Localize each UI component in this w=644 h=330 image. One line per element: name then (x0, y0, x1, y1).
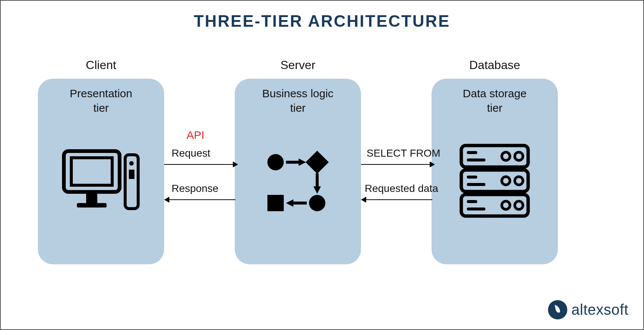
section-label-database: Database (432, 58, 558, 72)
svg-point-25 (502, 177, 510, 185)
tier-box-server: Business logictier (235, 79, 361, 264)
label-select-from: SELECT FROM (367, 147, 440, 159)
svg-rect-2 (86, 194, 97, 203)
label-response: Response (172, 183, 218, 195)
tier-title-server: Business logictier (235, 86, 361, 115)
arrow-select-head (430, 161, 435, 167)
svg-marker-9 (299, 159, 306, 166)
tier-title-database: Data storagetier (432, 86, 558, 115)
svg-rect-17 (461, 146, 528, 167)
svg-rect-19 (467, 159, 485, 161)
altexsoft-logo-icon (547, 300, 568, 320)
computer-icon (62, 146, 140, 218)
svg-point-31 (515, 201, 523, 209)
server-rack-icon (458, 142, 532, 221)
svg-point-26 (515, 177, 523, 185)
svg-marker-15 (286, 199, 293, 207)
svg-rect-1 (71, 158, 112, 185)
arrow-select (361, 164, 432, 165)
svg-point-5 (129, 161, 134, 166)
tier-box-database: Data storagetier (432, 79, 558, 264)
svg-rect-6 (129, 170, 134, 179)
svg-point-13 (309, 195, 325, 211)
svg-rect-3 (77, 203, 107, 208)
arrow-request-head (233, 161, 238, 167)
svg-marker-12 (313, 186, 321, 194)
svg-rect-28 (467, 200, 477, 203)
section-label-client: Client (38, 58, 164, 72)
altexsoft-logo: altexsoft (547, 300, 628, 320)
arrow-response-head (164, 197, 169, 203)
label-request: Request (172, 147, 210, 159)
svg-point-30 (502, 201, 510, 209)
label-requested-data: Requested data (365, 183, 438, 195)
svg-rect-24 (467, 183, 485, 186)
svg-rect-22 (461, 170, 528, 192)
svg-point-21 (515, 152, 523, 160)
svg-rect-16 (267, 195, 284, 211)
arrow-requested-head (361, 197, 366, 203)
altexsoft-logo-text: altexsoft (572, 301, 628, 318)
flowchart-icon (261, 149, 335, 218)
svg-point-7 (267, 154, 284, 170)
svg-rect-18 (467, 151, 477, 154)
svg-rect-10 (306, 151, 329, 174)
api-label: API (186, 129, 204, 141)
arrow-requested (365, 199, 432, 200)
tier-title-client: Presentationtier (38, 86, 164, 115)
svg-point-20 (502, 152, 510, 160)
svg-rect-29 (467, 208, 485, 210)
tier-box-client: Presentationtier (38, 79, 164, 264)
arrow-request (164, 164, 235, 165)
section-label-server: Server (235, 58, 361, 72)
svg-rect-23 (467, 176, 477, 179)
arrow-response (169, 199, 235, 200)
svg-rect-27 (461, 195, 528, 216)
diagram-title: THREE-TIER ARCHITECTURE (1, 12, 643, 30)
